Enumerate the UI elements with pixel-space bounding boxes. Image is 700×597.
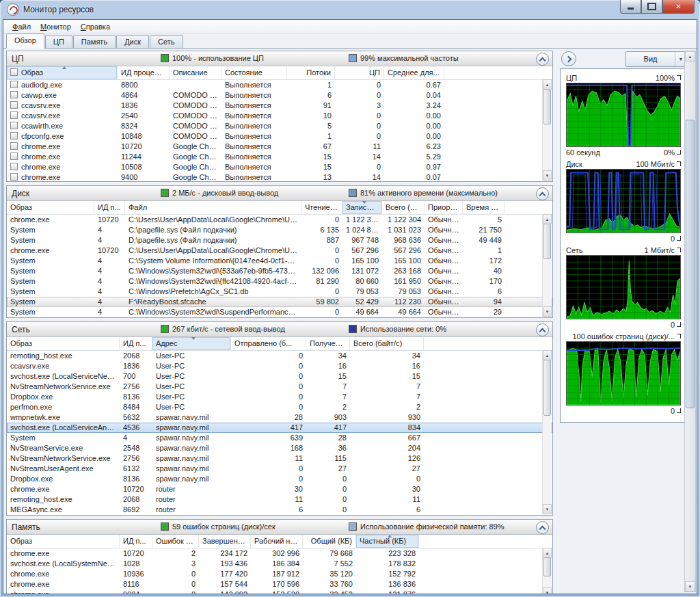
table-row[interactable]: System4C:\Windows\System32\wdi\{ffc42108… (7, 276, 552, 287)
scroll-up-icon[interactable]: ▲ (685, 51, 695, 62)
scroll-down-icon[interactable]: ▼ (543, 306, 552, 317)
table-row[interactable]: Dropbox.exe8136User-PC077 (7, 392, 552, 402)
cpu-section-header[interactable]: ЦП 100% - использование ЦП 99% максималь… (7, 51, 552, 66)
table-row[interactable]: audiodg.exe8800Выполняется100.67 (7, 80, 552, 90)
column-header[interactable]: ИД п... (120, 535, 152, 548)
tab-overview[interactable]: Обзор (6, 34, 44, 49)
table-row[interactable]: remoting_host.exe2068User-PC03434 (7, 351, 552, 361)
collapse-button[interactable] (536, 53, 549, 66)
column-header[interactable]: ИД процесса (118, 66, 170, 79)
column-header[interactable]: Образ (7, 337, 120, 350)
minimize-button[interactable] (620, 0, 641, 14)
scroll-up-icon[interactable]: ▲ (543, 548, 552, 558)
collapse-button[interactable] (536, 323, 549, 336)
column-header[interactable]: ЦП (335, 66, 384, 79)
table-row[interactable]: ccavsrv.exe1836User-PC01616 (7, 361, 552, 371)
scroll-down-icon[interactable]: ▼ (543, 504, 552, 514)
column-header[interactable]: Чтение (б... (301, 201, 342, 214)
table-row[interactable]: System4C:\Windows\System32\wdi\{533a67eb… (7, 266, 552, 276)
row-checkbox[interactable] (10, 122, 18, 129)
column-header[interactable]: Файл (125, 201, 301, 214)
table-row[interactable]: NvStreamUserAgent.exe6132spawar.navy.mil… (7, 464, 552, 474)
table-row[interactable]: System4C:\System Volume Information\{014… (7, 256, 552, 266)
table-row[interactable]: wmpnetwk.exe5632spawar.navy.mil28903930 (7, 412, 552, 423)
menu-help[interactable]: Справка (76, 21, 115, 32)
table-row[interactable]: chrome.exe107202234 172302 99679 668223 … (7, 548, 552, 559)
memory-scrollbar[interactable]: ▲ ▼ (542, 548, 552, 594)
table-row[interactable]: svchost.exe (LocalServiceNetwo...700User… (7, 371, 552, 382)
network-scrollbar[interactable]: ▲ ▼ (542, 350, 552, 514)
column-header[interactable]: Образ (7, 535, 120, 548)
column-header[interactable]: Образ (7, 201, 94, 214)
column-header[interactable]: Адрес (152, 337, 231, 350)
main-scrollbar[interactable]: ▲ ▼ (684, 51, 696, 592)
menu-file[interactable]: Файл (8, 21, 36, 32)
table-row[interactable]: chrome.exe10720Google Chro...Выполняется… (7, 142, 552, 152)
table-row[interactable]: cavwp.exe4864COMODO Int...Выполняется600… (7, 90, 552, 101)
table-row[interactable]: ccawirth.exe8324COMODO Cl...Выполняется5… (7, 121, 552, 131)
scroll-up-icon[interactable]: ▲ (543, 350, 552, 360)
select-all-checkbox[interactable] (10, 68, 18, 76)
cpu-scrollbar[interactable]: ▲ ▼ (542, 79, 552, 181)
row-checkbox[interactable] (10, 81, 18, 88)
row-checkbox[interactable] (10, 132, 18, 140)
table-row[interactable]: chrome.exe10720router30030 (7, 484, 552, 494)
table-row[interactable]: System4C:\pagefile.sys (Файл подкачки)6 … (7, 225, 552, 235)
collapse-button[interactable] (536, 187, 549, 200)
table-row[interactable]: MEGAsync.exe8692router606 (7, 505, 552, 514)
network-section-header[interactable]: Сеть 267 кбит/с - сетевой ввод-вывод Исп… (7, 322, 552, 337)
row-checkbox[interactable] (10, 101, 18, 109)
column-header[interactable]: Приорит... (425, 201, 463, 214)
scroll-down-icon[interactable]: ▼ (543, 170, 552, 181)
scroll-thumb[interactable] (543, 360, 551, 416)
scroll-thumb[interactable] (543, 89, 551, 124)
title-bar[interactable]: Монитор ресурсов ✕ (0, 0, 700, 19)
scroll-up-icon[interactable]: ▲ (543, 214, 552, 224)
tab-network[interactable]: Сеть (150, 35, 183, 48)
table-row[interactable]: NvStreamService.exe2548spawar.navy.mil16… (7, 443, 552, 453)
collapse-sidebar-button[interactable] (561, 51, 576, 66)
table-row[interactable]: perfmon.exe8484User-PC022 (7, 402, 552, 412)
collapse-button[interactable] (536, 521, 549, 534)
column-header[interactable]: Частный (КБ) (356, 535, 419, 548)
column-header[interactable]: Запись (б... (342, 201, 382, 214)
table-row[interactable]: NvStreamNetworkService.exe2756User-PC077 (7, 382, 552, 392)
table-row[interactable]: chrome.exe10508Google Chro...Выполняется… (7, 162, 552, 172)
scroll-thumb[interactable] (543, 224, 551, 259)
table-row[interactable]: System4D:\pagefile.sys (Файл подкачки)88… (7, 235, 552, 246)
memory-section-header[interactable]: Память 59 ошибок страниц (диск)/сек Испо… (7, 520, 552, 535)
maximize-button[interactable] (641, 0, 662, 14)
column-header[interactable]: Получено (бай... (306, 337, 350, 350)
table-row[interactable]: NvStreamNetworkService.exe2756spawar.nav… (7, 453, 552, 464)
column-header[interactable]: Завершено (... (199, 535, 251, 548)
table-row[interactable]: ccavsrv.exe2540COMODO Cl...Выполняется10… (7, 111, 552, 121)
table-row[interactable]: System4C:\Windows\System32\wdi\SuspendPe… (7, 307, 552, 316)
tab-cpu[interactable]: ЦП (45, 35, 72, 48)
menu-monitor[interactable]: Монитор (36, 21, 76, 32)
row-checkbox[interactable] (10, 111, 18, 119)
table-row[interactable]: chrome.exe10720C:\Users\User\AppData\Loc… (7, 246, 552, 256)
row-checkbox[interactable] (10, 142, 18, 150)
column-header[interactable]: Время от... (463, 201, 505, 214)
tab-disk[interactable]: Диск (116, 35, 149, 48)
view-button[interactable]: Вид ▼ (625, 51, 687, 67)
table-row[interactable]: System4C:\Windows\Prefetch\AgCx_SC1.db07… (7, 287, 552, 297)
table-row[interactable]: Dropbox.exe8136spawar.navy.mil000 (7, 474, 552, 484)
table-row[interactable]: System4spawar.navy.mil63928667 (7, 433, 552, 443)
table-row[interactable]: svchost.exe (LocalSystemNetwo...10283193… (7, 559, 552, 569)
column-header[interactable]: Общий (КБ) (303, 535, 356, 548)
table-row[interactable]: chrome.exe9400Google Chro...Выполняется1… (7, 172, 552, 181)
column-header[interactable]: Среднее для... (384, 66, 444, 79)
scroll-down-icon[interactable]: ▼ (685, 581, 695, 592)
table-row[interactable]: System4F:\ReadyBoost.sfcache59 80252 429… (7, 297, 552, 307)
scroll-thumb[interactable] (543, 557, 551, 576)
table-row[interactable]: ccavsrv.exe1836COMODO Cl...Выполняется91… (7, 101, 552, 111)
table-row[interactable]: chrome.exe10720C:\Users\User\AppData\Loc… (7, 215, 552, 225)
row-checkbox[interactable] (10, 163, 18, 170)
row-checkbox[interactable] (10, 152, 18, 160)
table-row[interactable]: svchost.exe (LocalServiceAndNo...4536spa… (7, 423, 552, 433)
table-row[interactable]: chrome.exe11244Google Chro...Выполняется… (7, 152, 552, 162)
column-header[interactable]: Состояние (221, 66, 287, 79)
close-button[interactable]: ✕ (662, 0, 695, 14)
table-row[interactable]: chrome.exe90840142 992152 52032 452121 8… (7, 589, 552, 594)
